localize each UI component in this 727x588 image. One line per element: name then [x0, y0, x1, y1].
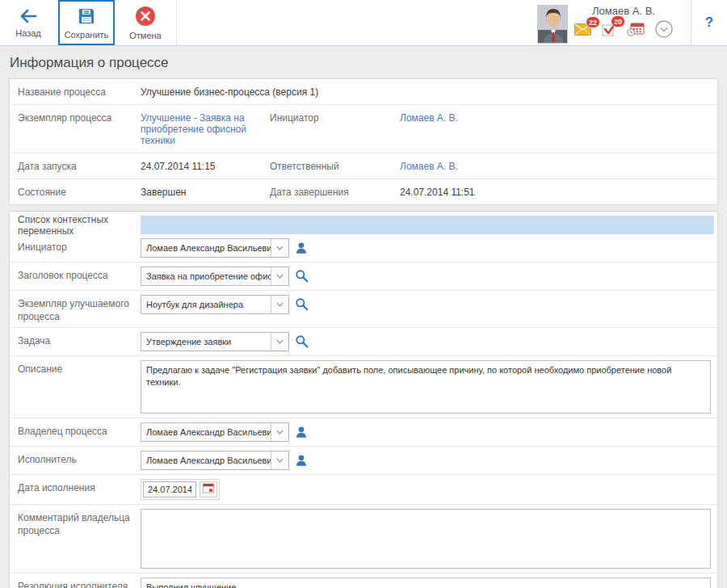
responsible-link[interactable]: Ломаев А. В.	[400, 161, 458, 172]
executor-select-value: Ломаев Александр Васильевич (Админ	[141, 452, 271, 469]
calendar-icon	[203, 483, 214, 496]
user-name: Ломаев А. В.	[592, 5, 655, 17]
person-picker-icon[interactable]	[295, 241, 308, 254]
owner-select[interactable]: Ломаев Александр Васильевич (Админ	[141, 422, 289, 442]
field-label: Владелец процесса	[10, 422, 141, 439]
owner-comment-textarea[interactable]	[141, 509, 711, 569]
field-row-resolution: Резолюция исполнителя Выполнил улучшение…	[10, 573, 717, 588]
back-button-label: Назад	[15, 28, 41, 38]
field-row-task: Задача Утверждение заявки	[10, 328, 717, 356]
info-value: 24.07.2014 11:15	[141, 161, 270, 172]
field-row-owner-comment: Комментарий владельца процесса	[10, 505, 717, 573]
search-icon[interactable]	[295, 334, 309, 348]
field-label: Резолюция исполнителя	[10, 578, 141, 588]
toolbar-user-area: Ломаев А. В. 22	[537, 0, 727, 45]
improved-instance-select[interactable]: Ноутбук для дизайнера	[141, 295, 289, 314]
user-block: Ломаев А. В. 22	[574, 5, 673, 40]
field-label: Исполнитель	[10, 451, 141, 467]
chevron-down-circle-icon	[655, 20, 673, 40]
tasks-badge: 20	[611, 15, 625, 27]
field-label: Экземпляр улучшаемого процесса	[10, 295, 141, 323]
field-row-execution-date: Дата исполнения	[10, 475, 717, 505]
chevron-down-icon[interactable]	[271, 267, 288, 285]
cancel-circle-x-icon	[135, 6, 156, 28]
field-row-description: Описание Предлагаю к задаче "Регистрация…	[10, 356, 717, 418]
field-label: Описание	[10, 360, 141, 376]
task-select-value: Утверждение заявки	[141, 333, 271, 351]
info-row-start-date: Дата запуска 24.07.2014 11:15 Ответствен…	[10, 153, 717, 178]
user-menu-chevron-button[interactable]	[655, 20, 673, 40]
person-picker-icon[interactable]	[295, 453, 308, 467]
process-title-select-value: Заявка на приобретение офисной техн	[141, 267, 271, 285]
field-row-executor: Исполнитель Ломаев Александр Васильевич …	[10, 447, 717, 475]
info-row-process-instance: Экземпляр процесса Улучшение - Заявка на…	[10, 104, 717, 153]
field-label: Инициатор	[10, 238, 141, 254]
search-icon[interactable]	[295, 269, 309, 283]
back-button[interactable]: Назад	[3, 0, 53, 45]
chevron-down-icon[interactable]	[271, 452, 288, 469]
field-row-improved-instance: Экземпляр улучшаемого процесса Ноутбук д…	[10, 291, 717, 328]
initiator-select[interactable]: Ломаев Александр Васильевич (Админ	[141, 238, 289, 258]
chevron-down-icon[interactable]	[271, 239, 288, 257]
toolbar-divider	[176, 0, 177, 45]
context-variables-panel: Список контекстных переменных Инициатор …	[9, 211, 718, 588]
back-arrow-icon	[19, 8, 38, 26]
process-info-panel: Название процесса Улучшение бизнес-проце…	[9, 78, 718, 205]
initiator-select-value: Ломаев Александр Васильевич (Админ	[141, 239, 271, 257]
notification-row: 22 20	[574, 20, 673, 40]
field-row-process-title: Заголовок процесса Заявка на приобретени…	[10, 262, 717, 291]
toolbar: Назад Сохранить Отмена	[0, 0, 727, 46]
save-button-label: Сохранить	[65, 30, 109, 40]
info-label: Инициатор	[270, 112, 400, 124]
info-label: Экземпляр процесса	[10, 112, 141, 124]
info-value: Улучшение бизнес-процесса (версия 1)	[141, 86, 717, 98]
mail-notifications-button[interactable]: 22	[574, 23, 591, 38]
field-label: Комментарий владельца процесса	[10, 509, 141, 537]
field-label: Заголовок процесса	[10, 267, 141, 283]
info-label: Дата завершения	[270, 187, 400, 198]
info-label: Ответственный	[270, 161, 400, 172]
executor-select[interactable]: Ломаев Александр Васильевич (Админ	[141, 451, 289, 470]
process-instance-link[interactable]: Улучшение - Заявка на приобретение офисн…	[141, 112, 246, 146]
chevron-down-icon[interactable]	[271, 296, 288, 313]
info-value: 24.07.2014 11:51	[400, 187, 717, 198]
info-label: Дата запуска	[10, 161, 141, 172]
info-label: Название процесса	[10, 86, 141, 98]
cancel-button[interactable]: Отмена	[120, 0, 171, 45]
calendar-events-button[interactable]	[627, 23, 645, 39]
execution-date-group	[141, 479, 220, 500]
execution-date-input[interactable]	[143, 481, 196, 498]
search-icon[interactable]	[295, 297, 309, 311]
description-textarea[interactable]: Предлагаю к задаче "Регистрация заявки" …	[141, 360, 711, 414]
cancel-button-label: Отмена	[129, 31, 161, 40]
field-label: Дата исполнения	[10, 479, 141, 495]
section-header-strip	[141, 216, 714, 234]
resolution-textarea[interactable]: Выполнил улучшение.	[141, 578, 711, 588]
info-row-state: Состояние Завершен Дата завершения 24.07…	[10, 178, 717, 204]
owner-select-value: Ломаев Александр Васильевич (Админ	[141, 423, 271, 441]
info-value: Завершен	[141, 187, 270, 198]
tasks-notifications-button[interactable]: 20	[602, 23, 616, 39]
task-select[interactable]: Утверждение заявки	[141, 332, 289, 351]
mail-badge: 22	[586, 16, 600, 28]
initiator-link[interactable]: Ломаев А. В.	[400, 112, 458, 124]
section-header: Список контекстных переменных	[10, 212, 717, 234]
section-title: Список контекстных переменных	[10, 214, 141, 237]
process-title-select[interactable]: Заявка на приобретение офисной техн	[141, 267, 289, 286]
floppy-disk-icon	[77, 6, 96, 27]
field-row-owner: Владелец процесса Ломаев Александр Васил…	[10, 418, 717, 447]
field-row-initiator: Инициатор Ломаев Александр Васильевич (А…	[10, 234, 717, 262]
calendar-clock-icon	[627, 23, 645, 39]
info-row-process-name: Название процесса Улучшение бизнес-проце…	[10, 79, 717, 104]
help-button[interactable]: ?	[691, 15, 727, 31]
page-title: Информация о процессе	[0, 46, 727, 78]
chevron-down-icon[interactable]	[271, 423, 288, 441]
save-button[interactable]: Сохранить	[58, 0, 115, 45]
person-picker-icon[interactable]	[295, 425, 308, 439]
improved-instance-select-value: Ноутбук для дизайнера	[141, 296, 271, 313]
chevron-down-icon[interactable]	[271, 333, 288, 351]
info-label: Состояние	[10, 187, 141, 198]
user-avatar[interactable]	[537, 5, 568, 44]
field-label: Задача	[10, 332, 141, 348]
date-picker-button[interactable]	[200, 481, 217, 498]
